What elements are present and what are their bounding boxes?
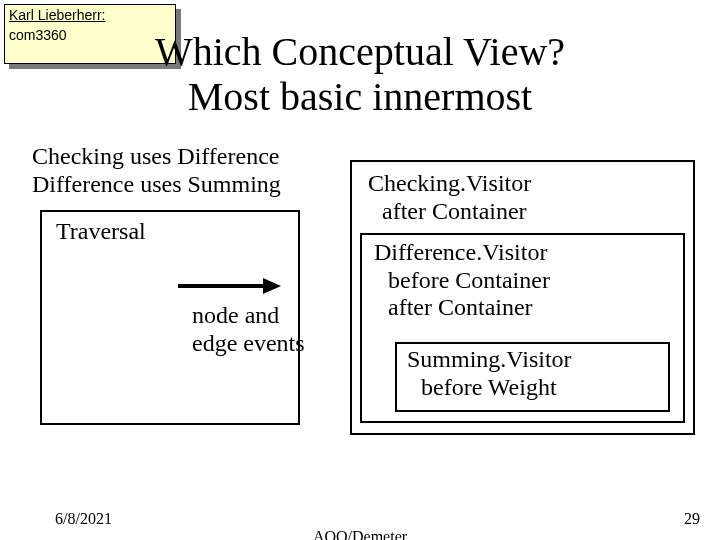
slide: Karl Lieberherr: com3360 Which Conceptua… <box>0 0 720 540</box>
arrow-label-line-1: node and <box>192 302 279 328</box>
title-line-1: Which Conceptual View? <box>155 29 565 74</box>
traversal-label: Traversal <box>56 218 146 244</box>
difference-visitor-line-2: before Container <box>374 267 550 293</box>
body-line-1: Checking uses Difference <box>32 143 279 169</box>
body-text: Checking uses Difference Difference uses… <box>32 143 281 198</box>
difference-visitor-line-3: after Container <box>374 294 533 320</box>
arrow <box>178 284 263 288</box>
arrow-head-icon <box>263 278 281 294</box>
checking-visitor-line-2: after Container <box>368 198 527 224</box>
footer-page-number: 29 <box>684 510 700 528</box>
summing-visitor-line-2: before Weight <box>407 374 557 400</box>
slide-title: Which Conceptual View? Most basic innerm… <box>0 30 720 120</box>
footer-center: AOO/Demeter <box>0 528 720 540</box>
footer-date: 6/8/2021 <box>55 510 112 528</box>
title-line-2: Most basic innermost <box>188 74 532 119</box>
summing-visitor-line-1: Summing.Visitor <box>407 346 572 372</box>
arrow-label: node and edge events <box>192 302 305 357</box>
arrow-line <box>178 284 263 288</box>
annotation-author: Karl Lieberherr: <box>5 5 175 23</box>
summing-visitor-box: Summing.Visitor before Weight <box>395 342 670 412</box>
body-line-2: Difference uses Summing <box>32 171 281 197</box>
arrow-label-line-2: edge events <box>192 330 305 356</box>
difference-visitor-line-1: Difference.Visitor <box>374 239 547 265</box>
checking-visitor-line-1: Checking.Visitor <box>368 170 531 196</box>
